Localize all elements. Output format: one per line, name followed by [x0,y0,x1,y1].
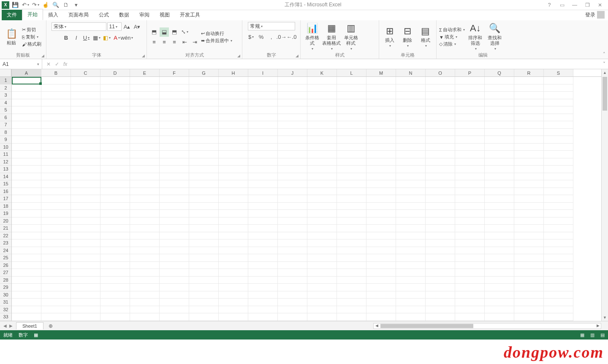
cell[interactable] [307,84,337,92]
row-header-1[interactable]: 1 [0,77,11,84]
tab-page-layout[interactable]: 页面布局 [63,10,94,20]
cell[interactable] [248,188,278,196]
cell[interactable] [41,99,71,107]
wrap-text-button[interactable]: ↩自动换行 [201,30,232,37]
sheet-tab-1[interactable]: Sheet1 [16,322,43,329]
cell[interactable] [100,77,130,84]
cell[interactable] [189,262,219,269]
cell[interactable] [426,158,455,166]
excel-icon[interactable]: X [2,1,9,9]
cell[interactable] [160,225,189,232]
cell[interactable] [514,195,544,203]
cell[interactable] [130,262,160,269]
new-file-icon[interactable]: 🗋 [62,1,70,9]
cell[interactable] [426,173,455,181]
cell[interactable] [160,306,189,314]
cell[interactable] [160,92,189,99]
redo-icon[interactable]: ↷ [31,1,40,9]
scroll-up-icon[interactable]: ▲ [602,69,608,76]
cell[interactable] [485,180,514,188]
cell[interactable] [100,306,130,314]
cell[interactable] [426,225,455,232]
cell[interactable] [514,284,544,291]
cell[interactable] [426,188,455,196]
cell[interactable] [219,136,248,144]
cell[interactable] [41,210,71,217]
cell[interactable] [248,306,278,314]
cell[interactable] [485,92,514,99]
cell[interactable] [278,195,307,203]
cell[interactable] [337,92,366,99]
cell[interactable] [514,173,544,181]
sign-in[interactable]: 登录 [582,9,608,20]
cell[interactable] [366,173,396,181]
cell[interactable] [426,114,455,122]
cell[interactable] [544,129,573,136]
cell[interactable] [337,247,366,255]
cell[interactable] [426,136,455,144]
cell[interactable] [426,269,455,277]
cell[interactable] [12,195,41,203]
cell[interactable] [12,232,41,240]
cell[interactable] [396,306,426,314]
cell[interactable] [485,306,514,314]
touch-mode-icon[interactable]: ☝ [41,1,50,9]
cell[interactable] [130,106,160,114]
cell[interactable] [278,203,307,210]
cell[interactable] [366,136,396,144]
cell[interactable] [219,77,248,84]
cell[interactable] [485,291,514,299]
cell[interactable] [485,144,514,151]
page-layout-view-icon[interactable]: ▥ [590,332,594,338]
cell[interactable] [248,299,278,306]
cell[interactable] [396,225,426,232]
clear-button[interactable]: ◇清除 [439,41,465,47]
decrease-decimal-icon[interactable]: ←.0 [287,32,296,41]
fill-button[interactable]: ▼填充 [439,34,465,40]
cell[interactable] [544,225,573,232]
cell[interactable] [100,121,130,129]
cell[interactable] [455,106,485,114]
column-header-R[interactable]: R [514,69,544,76]
cell[interactable] [160,84,189,92]
cell[interactable] [337,313,366,321]
cell[interactable] [337,173,366,181]
row-header-9[interactable]: 9 [0,136,11,144]
cell[interactable] [160,262,189,269]
cell[interactable] [248,180,278,188]
cell[interactable] [160,217,189,225]
merge-center-button[interactable]: ⬌合并后居中 [201,38,232,44]
cell[interactable] [248,217,278,225]
cell[interactable] [100,247,130,255]
enter-formula-icon[interactable]: ✓ [55,61,59,67]
cell[interactable] [278,232,307,240]
cell[interactable] [426,299,455,306]
cell[interactable] [248,151,278,158]
bold-button[interactable]: B [62,33,71,42]
cell[interactable] [130,77,160,84]
cell[interactable] [544,203,573,210]
cell[interactable] [337,166,366,173]
cell[interactable] [278,106,307,114]
row-header-17[interactable]: 17 [0,195,11,203]
cell[interactable] [189,121,219,129]
cell[interactable] [71,203,100,210]
cell[interactable] [248,166,278,173]
vertical-scrollbar[interactable]: ▲ ▼ [601,69,608,321]
cell[interactable] [514,121,544,129]
cell[interactable] [41,158,71,166]
cell[interactable] [160,203,189,210]
cell[interactable] [337,84,366,92]
cell[interactable] [278,210,307,217]
cell[interactable] [544,239,573,247]
cell[interactable] [100,299,130,306]
cell[interactable] [41,284,71,291]
column-header-H[interactable]: H [219,69,248,76]
tab-file[interactable]: 文件 [2,10,22,20]
cell[interactable] [426,203,455,210]
cell[interactable] [12,247,41,255]
cell[interactable] [100,99,130,107]
cell[interactable] [160,173,189,181]
cell[interactable] [100,284,130,291]
cell[interactable] [278,180,307,188]
